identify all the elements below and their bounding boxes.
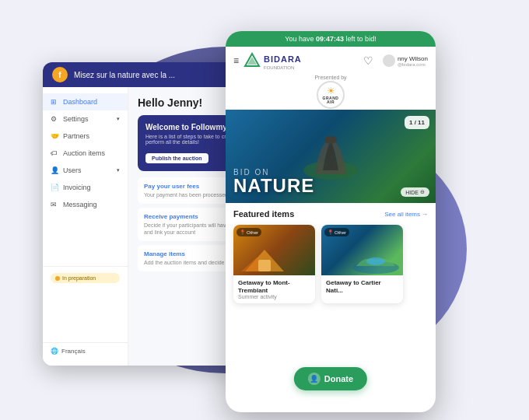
mobile-phone: You have 09:47:43 left to bid! ≡ BIDARA …: [226, 31, 436, 412]
heart-icon[interactable]: ♡: [363, 54, 373, 67]
featured-title: Featured items: [233, 209, 294, 219]
see-all-label: See all items: [384, 211, 420, 218]
timer-value: 09:47:43: [316, 35, 344, 43]
timer-suffix: left to bid!: [344, 35, 377, 43]
sidebar-item-partners[interactable]: 🤝 Partners: [43, 128, 128, 145]
sidebar-label-users: Users: [63, 166, 82, 174]
partners-icon: 🤝: [51, 132, 58, 140]
sidebar-item-invoicing[interactable]: 📄 Invoicing: [43, 179, 128, 196]
sidebar-label-settings: Settings: [63, 115, 89, 123]
item-card-2[interactable]: 📍 Other Getaway to Cartier Nati...: [321, 225, 403, 303]
location-text-1: Other: [247, 230, 258, 235]
item-image-1: 📍 Other: [233, 225, 315, 275]
item-card-1[interactable]: 📍 Other Getaway to Mont-Tremblant Summer…: [233, 225, 315, 303]
bidara-sub: FOUNDATION: [264, 65, 302, 70]
chevron-down-icon: ▾: [117, 116, 120, 122]
sidebar-item-settings[interactable]: ⚙ Settings ▾: [43, 110, 128, 128]
sidebar-label-auction: Auction items: [63, 149, 105, 157]
item-name-1: Getaway to Mont-Tremblant: [238, 279, 310, 294]
bidara-logo: BIDARA FOUNDATION: [243, 51, 302, 70]
sponsor-name: GRAND AIR: [318, 96, 343, 104]
minus-circle-icon: ⊖: [420, 189, 425, 195]
featured-header: Featured items See all items →: [233, 209, 428, 219]
status-text: In preparation: [62, 275, 96, 281]
hide-button[interactable]: HIDE ⊖: [401, 187, 429, 197]
hide-label: HIDE: [405, 190, 419, 195]
status-badge: In preparation: [51, 273, 120, 283]
status-dot: [55, 276, 60, 281]
svg-rect-6: [258, 260, 271, 271]
invoicing-icon: 📄: [51, 184, 58, 191]
hero-text: BID ON NATURE: [233, 168, 314, 195]
messaging-icon: ✉: [51, 201, 58, 208]
settings-icon: ⚙: [51, 115, 58, 123]
user-name: nny Wilson: [398, 55, 428, 62]
sidebar-language[interactable]: 🌐 Français: [43, 342, 128, 359]
auction-icon: 🏷: [51, 149, 58, 157]
items-row: 📍 Other Getaway to Mont-Tremblant Summer…: [233, 225, 428, 303]
sidebar-item-messaging[interactable]: ✉ Messaging: [43, 196, 128, 213]
hero-counter: 1 / 11: [405, 116, 429, 129]
sidebar-label-dashboard: Dashboard: [63, 98, 97, 106]
topbar-title: Misez sur la nature avec la ...: [74, 71, 242, 79]
user-avatar: nny Wilson @bidara.com: [383, 54, 428, 67]
donate-label: Donate: [324, 374, 353, 383]
bid-timer-bar: You have 09:47:43 left to bid!: [226, 31, 436, 47]
item-name-2: Getaway to Cartier Nati...: [326, 279, 398, 294]
location-pin-icon-1: 📍: [240, 229, 245, 235]
hamburger-icon[interactable]: ≡: [233, 55, 239, 66]
svg-point-3: [324, 136, 337, 144]
donate-user-icon: 👤: [308, 373, 321, 385]
see-all-link[interactable]: See all items →: [384, 211, 428, 218]
hero-image: BID ON NATURE 1 / 11 HIDE ⊖: [226, 110, 436, 203]
sidebar-bottom: In preparation: [43, 266, 128, 289]
hero-nature-text: NATURE: [233, 177, 314, 195]
sidebar-item-auction[interactable]: 🏷 Auction items: [43, 145, 128, 162]
item-type-1: Summer activity: [238, 294, 310, 299]
chevron-down-icon-2: ▾: [117, 167, 120, 173]
location-pin-icon-2: 📍: [328, 229, 333, 235]
donate-button[interactable]: 👤 Donate: [294, 367, 367, 390]
mobile-header: ≡ BIDARA FOUNDATION ♡ nny Wilson @bidara…: [226, 47, 436, 75]
sidebar-label-messaging: Messaging: [63, 201, 97, 208]
sidebar: ⊞ Dashboard ⚙ Settings ▾ 🤝 Partners 🏷 Au…: [43, 87, 128, 366]
globe-icon: 🌐: [51, 348, 58, 355]
sidebar-label-invoicing: Invoicing: [63, 184, 91, 191]
sponsor-logo: ☀ GRAND AIR: [311, 83, 350, 107]
app-logo: f: [52, 67, 68, 82]
hero-background: BID ON NATURE 1 / 11 HIDE ⊖: [226, 110, 436, 203]
bidara-name: BIDARA: [264, 54, 302, 64]
dashboard-icon: ⊞: [51, 98, 58, 106]
avatar-circle: [383, 54, 395, 67]
sun-icon: ☀: [327, 86, 335, 96]
language-label: Français: [61, 348, 86, 355]
location-text-2: Other: [335, 230, 346, 235]
sidebar-item-dashboard[interactable]: ⊞ Dashboard: [43, 93, 128, 110]
arrow-right-icon: →: [422, 211, 428, 218]
timer-prefix: You have: [285, 35, 316, 43]
sidebar-label-partners: Partners: [63, 132, 89, 140]
publish-button[interactable]: Publish the auction: [145, 153, 208, 163]
item-location-2: 📍 Other: [324, 228, 349, 236]
svg-point-8: [366, 257, 385, 265]
sidebar-item-users[interactable]: 👤 Users ▾: [43, 162, 128, 179]
grand-air-circle: ☀ GRAND AIR: [317, 81, 345, 109]
user-email: @bidara.com: [398, 62, 428, 67]
item-info-2: Getaway to Cartier Nati...: [321, 275, 403, 298]
presented-by-label: Presented by: [226, 75, 436, 80]
bidara-svg-icon: [243, 52, 261, 69]
item-info-1: Getaway to Mont-Tremblant Summer activit…: [233, 275, 315, 303]
item-location-1: 📍 Other: [236, 228, 261, 236]
item-image-2: 📍 Other: [321, 225, 403, 275]
users-icon: 👤: [51, 166, 58, 174]
